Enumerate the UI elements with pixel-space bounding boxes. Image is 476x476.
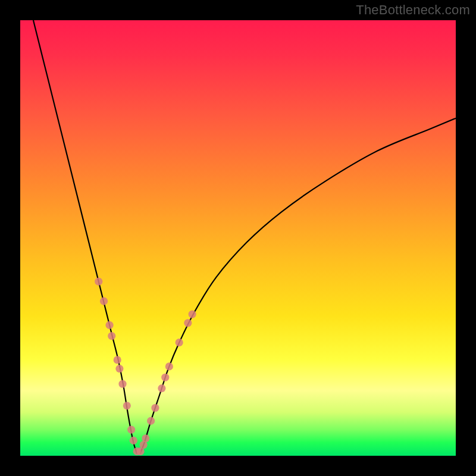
data-marker [161, 374, 169, 381]
data-marker [114, 356, 121, 364]
data-marker [118, 380, 126, 388]
chart-svg [20, 20, 456, 456]
data-marker [147, 417, 155, 425]
data-marker [105, 321, 113, 329]
data-marker [115, 365, 123, 372]
data-marker [189, 311, 196, 318]
curve-left-branch [33, 20, 137, 453]
curve-right-branch [140, 118, 456, 454]
marker-group [95, 278, 196, 456]
data-marker [95, 278, 102, 286]
data-marker [108, 332, 115, 340]
data-marker [151, 404, 159, 412]
data-marker [130, 437, 137, 444]
data-marker [100, 298, 108, 305]
data-marker [142, 434, 149, 442]
data-marker [184, 319, 192, 327]
data-marker [123, 402, 131, 409]
outer-frame: TheBottleneck.com [0, 0, 476, 476]
watermark-text: TheBottleneck.com [356, 2, 470, 18]
data-marker [176, 339, 183, 346]
data-marker [158, 384, 165, 392]
plot-area [20, 20, 456, 456]
data-marker [127, 425, 135, 433]
data-marker [165, 362, 173, 370]
